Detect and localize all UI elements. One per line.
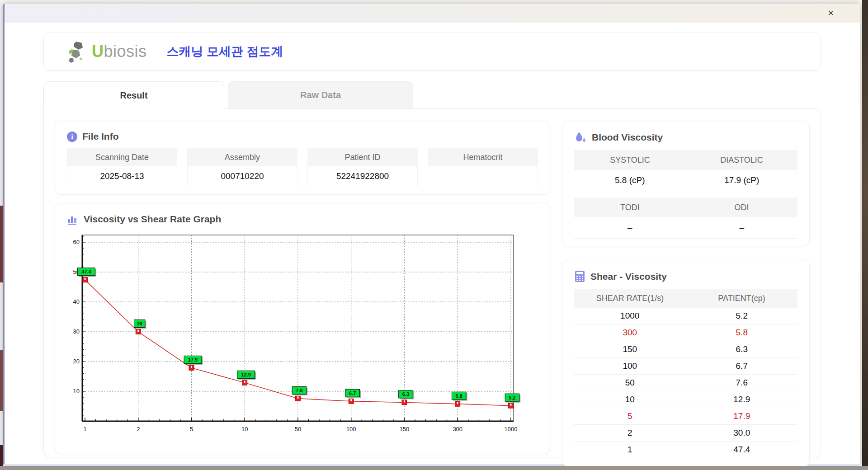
file-info-field: Scanning Date2025-08-13 <box>67 148 177 186</box>
patient-viscosity-cell: 17.9 <box>686 408 798 424</box>
patient-viscosity-cell: 30.0 <box>686 425 798 441</box>
svg-text:6.3: 6.3 <box>402 391 409 397</box>
file-info-field: Assembly000710220 <box>187 148 297 186</box>
patient-viscosity-cell: 5.2 <box>686 308 798 324</box>
file-info-fields: Scanning Date2025-08-13Assembly000710220… <box>67 148 538 186</box>
table-row: 10005.2 <box>574 308 797 324</box>
logo-letter-u: U <box>92 42 104 61</box>
app-subtitle-korean: 스캐닝 모세관 점도계 <box>167 43 283 60</box>
shear-viscosity-title: Shear - Viscosity <box>590 271 667 282</box>
shear-table-header: SHEAR RATE(1/s) PATIENT(cp) <box>574 289 797 308</box>
shear-rate-cell: 150 <box>574 341 686 357</box>
field-label: Patient ID <box>307 148 418 166</box>
patient-col-header: PATIENT(cp) <box>686 289 797 308</box>
svg-text:100: 100 <box>346 426 356 432</box>
desktop-sliver <box>0 350 3 411</box>
svg-text:12.9: 12.9 <box>241 372 251 377</box>
shear-rate-cell: 1000 <box>574 308 686 324</box>
patient-viscosity-cell: 6.3 <box>686 341 798 357</box>
app-window: × Ubiosis 스캐닝 모세관 점도계 Result Raw Data <box>3 4 860 465</box>
table-row: 507.6 <box>574 375 797 391</box>
svg-text:20: 20 <box>73 358 80 365</box>
patient-viscosity-cell: 47.4 <box>686 442 798 458</box>
ubiosis-leaf-icon <box>67 40 89 63</box>
graph-title: Viscosity vs Shear Rate Graph <box>84 214 221 225</box>
patient-viscosity-cell: 7.6 <box>686 375 798 391</box>
tab-raw-data[interactable]: Raw Data <box>228 81 413 108</box>
svg-text:6.7: 6.7 <box>349 390 356 396</box>
file-info-card: i File Info Scanning Date2025-08-13Assem… <box>55 121 550 195</box>
bv-value-cell: – <box>574 217 686 239</box>
shear-col-header: SHEAR RATE(1/s) <box>574 289 686 308</box>
file-info-title: File Info <box>82 131 119 142</box>
shear-viscosity-card: Shear - Viscosity SHEAR RATE(1/s) PATIEN… <box>562 260 810 467</box>
tab-bar: Result Raw Data <box>43 81 821 108</box>
blood-viscosity-group: SYSTOLICDIASTOLIC5.8 (cP)17.9 (cP) <box>574 150 797 191</box>
field-value: 2025-08-13 <box>67 166 177 186</box>
svg-text:7.6: 7.6 <box>296 388 302 393</box>
svg-text:30: 30 <box>73 328 80 335</box>
svg-text:10: 10 <box>241 426 248 432</box>
desktop-edge-bottom <box>0 466 868 470</box>
field-label: Scanning Date <box>67 148 177 166</box>
blood-viscosity-card: Blood Viscosity SYSTOLICDIASTOLIC5.8 (cP… <box>562 121 810 246</box>
patient-viscosity-cell: 6.7 <box>686 358 798 374</box>
table-row: 3005.8 <box>574 324 797 341</box>
svg-text:47.4: 47.4 <box>81 269 91 274</box>
svg-text:1000: 1000 <box>505 426 518 432</box>
shear-rate-cell: 300 <box>574 324 686 341</box>
shear-viscosity-table: SHEAR RATE(1/s) PATIENT(cp) 10005.23005.… <box>574 289 797 458</box>
shear-rate-cell: 100 <box>574 358 686 374</box>
close-icon[interactable]: × <box>825 7 836 19</box>
tab-result[interactable]: Result <box>43 81 224 109</box>
table-row: 1006.7 <box>574 358 797 375</box>
desktop-sliver <box>0 445 3 468</box>
ubiosis-logo: Ubiosis <box>67 40 147 63</box>
svg-text:2: 2 <box>137 426 140 432</box>
table-row: 517.9 <box>574 408 797 425</box>
table-row: 147.4 <box>574 442 797 458</box>
bar-chart-icon <box>67 213 79 225</box>
bv-header-cell: TODI <box>574 197 686 217</box>
graph-card: Viscosity vs Shear Rate Graph 1020304050… <box>55 203 550 454</box>
patient-viscosity-cell: 5.8 <box>686 324 798 341</box>
svg-text:300: 300 <box>453 426 462 432</box>
file-info-field: Patient ID52241922800 <box>307 148 418 186</box>
svg-text:1: 1 <box>83 426 86 432</box>
svg-text:40: 40 <box>73 298 80 305</box>
field-value: 52241922800 <box>307 166 418 186</box>
field-label: Assembly <box>187 148 297 166</box>
bv-header-cell: SYSTOLIC <box>574 150 686 170</box>
field-value <box>428 166 538 186</box>
shear-rate-cell: 2 <box>574 425 686 441</box>
calculator-icon <box>574 270 585 282</box>
bv-value-cell: 5.8 (cP) <box>574 170 686 191</box>
bv-value-cell: – <box>686 217 798 239</box>
patient-viscosity-cell: 12.9 <box>686 391 798 408</box>
table-row: 230.0 <box>574 425 797 442</box>
viscosity-chart: 1020304050601251050100150300100047.43017… <box>67 231 538 446</box>
bv-value-cell: 17.9 (cP) <box>686 170 798 191</box>
file-info-field: Hematocrit <box>428 148 538 186</box>
svg-text:150: 150 <box>400 426 410 432</box>
bv-header-cell: DIASTOLIC <box>686 150 797 170</box>
svg-text:10: 10 <box>73 388 80 395</box>
info-icon: i <box>67 132 77 142</box>
logo-text: Ubiosis <box>92 42 147 61</box>
desktop-sliver <box>0 206 3 282</box>
result-panel: i File Info Scanning Date2025-08-13Assem… <box>43 108 821 457</box>
table-row: 1506.3 <box>574 341 797 358</box>
blood-viscosity-table: SYSTOLICDIASTOLIC5.8 (cP)17.9 (cP)TODIOD… <box>574 150 797 239</box>
svg-text:17.9: 17.9 <box>188 357 198 362</box>
svg-text:60: 60 <box>73 239 80 245</box>
field-label: Hematocrit <box>428 148 538 166</box>
header-card: Ubiosis 스캐닝 모세관 점도계 <box>43 33 821 70</box>
field-value: 000710220 <box>187 166 297 186</box>
desktop-edge-right <box>862 0 868 470</box>
shear-table-body: 10005.23005.81506.31006.7507.61012.9517.… <box>574 308 797 458</box>
blood-viscosity-title: Blood Viscosity <box>592 132 663 143</box>
table-row: 1012.9 <box>574 391 797 408</box>
logo-word-rest: biosis <box>104 42 147 61</box>
bv-header-cell: ODI <box>686 197 797 217</box>
shear-rate-cell: 5 <box>574 408 686 424</box>
